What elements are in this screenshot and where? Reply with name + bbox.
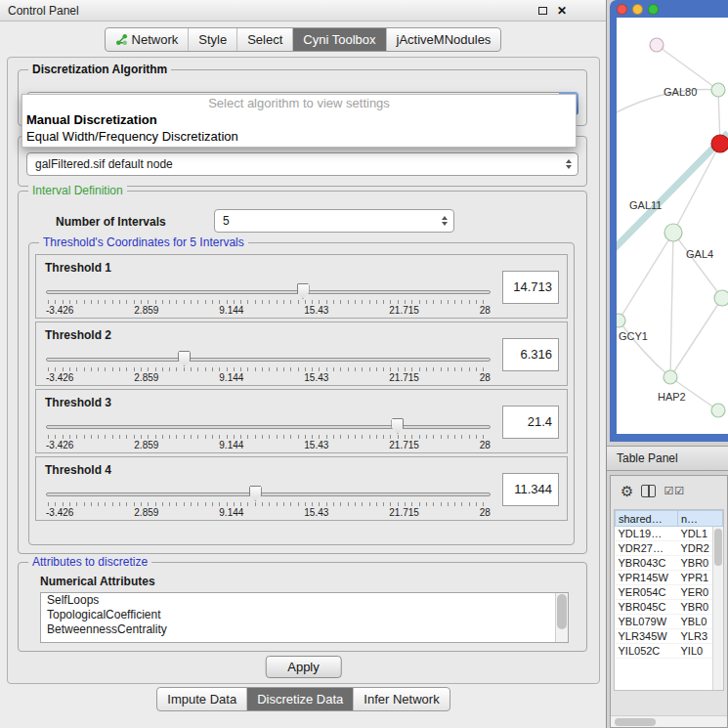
tab-jactivemnodules[interactable]: jActiveMNodules <box>386 28 501 51</box>
table-row[interactable]: YLR345WYLR3 <box>616 629 723 644</box>
table-cell[interactable]: YER054C <box>616 585 678 600</box>
dropdown-option[interactable]: Equal Width/Frequency Discretization <box>22 128 576 145</box>
attribute-list-item[interactable]: TopologicalCoefficient <box>41 608 568 622</box>
table-data-combobox[interactable]: galFiltered.sif default node <box>26 152 578 176</box>
table-cell[interactable]: YPR145W <box>616 571 678 585</box>
thresholds-group: Threshold's Coordinates for 5 Intervals … <box>28 242 575 545</box>
network-view-window: GAL80GAL11GAL4GCY1HAP2 <box>610 0 728 442</box>
table-cell[interactable]: YLR345W <box>616 629 678 644</box>
table-horizontal-scrollbar[interactable] <box>611 715 727 727</box>
control-panel-window: Control Panel ✕ NetworkStyleSelectCyni T… <box>0 0 607 728</box>
scrollbar-thumb[interactable] <box>714 529 722 566</box>
close-traffic-light[interactable] <box>617 4 627 15</box>
threshold-value-field[interactable]: 14.713 <box>502 271 559 304</box>
scrollbar-thumb[interactable] <box>557 594 567 629</box>
slider-thumb[interactable] <box>391 418 404 434</box>
network-node[interactable] <box>711 83 725 97</box>
network-node[interactable] <box>711 135 728 152</box>
slider-thumb[interactable] <box>297 283 310 299</box>
threshold-slider[interactable]: -3.4262.8599.14415.4321.71528 <box>46 286 491 318</box>
thresholds-list: Threshold 1 -3.4262.8599.14415.4321.7152… <box>29 251 574 524</box>
table-row[interactable]: YBR043CYBR0 <box>616 556 723 571</box>
table-row[interactable]: YPR145WYPR1 <box>616 571 723 585</box>
slider-thumb[interactable] <box>249 486 262 501</box>
slider-scale: -3.4262.8599.14415.4321.71528 <box>46 507 491 518</box>
network-node[interactable] <box>664 224 682 241</box>
scrollbar-thumb[interactable] <box>615 718 656 726</box>
network-edge <box>619 233 673 321</box>
slider-track[interactable] <box>46 358 491 362</box>
network-node[interactable] <box>617 314 625 327</box>
table-vertical-scrollbar[interactable] <box>712 527 723 690</box>
bottom-tab-impute-data[interactable]: Impute Data <box>157 688 246 710</box>
network-canvas[interactable]: GAL80GAL11GAL4GCY1HAP2 <box>617 18 728 434</box>
column-header[interactable]: shared… <box>616 511 678 527</box>
interval-group-title: Interval Definition <box>28 184 127 197</box>
combobox-arrows-icon[interactable] <box>566 159 572 169</box>
network-node[interactable] <box>711 404 725 417</box>
slider-track[interactable] <box>46 425 491 429</box>
apply-button[interactable]: Apply <box>265 656 342 678</box>
scale-label: 2.859 <box>134 305 158 316</box>
column-header[interactable]: n… <box>678 511 723 527</box>
threshold-slider[interactable]: -3.4262.8599.14415.4321.71528 <box>46 354 491 385</box>
threshold-panel: Threshold 3 -3.4262.8599.14415.4321.7152… <box>35 389 568 453</box>
spinner-arrows-icon[interactable] <box>442 216 448 226</box>
bottom-tab-infer-network[interactable]: Infer Network <box>353 688 449 710</box>
network-edge <box>673 144 720 233</box>
threshold-value-field[interactable]: 21.4 <box>502 406 559 439</box>
table-row[interactable]: YBL079WYBL0 <box>616 615 723 629</box>
table-row[interactable]: YDL19…YDL1 <box>616 527 723 541</box>
slider-thumb[interactable] <box>178 351 191 366</box>
zoom-traffic-light[interactable] <box>648 4 659 15</box>
algorithm-dropdown-popup: Select algorithm to view settings Manual… <box>21 94 577 148</box>
network-node[interactable] <box>650 38 664 52</box>
number-of-intervals-combobox[interactable]: 5 <box>214 209 454 233</box>
tab-network[interactable]: Network <box>106 28 189 51</box>
scale-label: 15.43 <box>304 507 328 518</box>
table-cell[interactable]: YBL079W <box>616 615 678 629</box>
network-graph[interactable]: GAL80GAL11GAL4GCY1HAP2 <box>617 18 728 434</box>
table-cell[interactable]: YIL052C <box>616 644 678 659</box>
slider-scale: -3.4262.8599.14415.4321.71528 <box>46 372 491 383</box>
table-cell[interactable]: YBR045C <box>616 600 678 615</box>
numerical-attributes-list[interactable]: SelfLoopsTopologicalCoefficientBetweenne… <box>40 592 569 643</box>
threshold-label: Threshold 1 <box>45 261 111 275</box>
table-cell[interactable]: YBR043C <box>616 556 678 571</box>
tab-label: Discretize Data <box>257 692 343 707</box>
attribute-list-item[interactable]: BetweennessCentrality <box>41 622 568 637</box>
threshold-slider[interactable]: -3.4262.8599.14415.4321.71528 <box>46 489 491 520</box>
right-column: GAL80GAL11GAL4GCY1HAP2 Table Panel ⚙ ☑☑ … <box>607 0 728 728</box>
table-row[interactable]: YBR045CYBR0 <box>616 600 723 615</box>
minimize-traffic-light[interactable] <box>632 4 643 15</box>
algorithm-group-title: Discretization Algorithm <box>28 63 171 76</box>
bottom-tab-segment: Impute DataDiscretize DataInfer Network <box>156 687 450 711</box>
table-cell[interactable]: YDL19… <box>616 527 678 541</box>
close-window-icon[interactable]: ✕ <box>557 4 567 18</box>
attributes-scrollbar[interactable] <box>555 593 568 642</box>
float-window-icon[interactable] <box>538 7 547 15</box>
table-row[interactable]: YER054CYER0 <box>616 585 723 600</box>
table-row[interactable]: YDR27…YDR2 <box>616 541 723 556</box>
node-attribute-table[interactable]: shared…n…YDL19…YDL1YDR27…YDR2YBR043CYBR0… <box>615 510 723 659</box>
slider-track[interactable] <box>46 290 491 294</box>
tab-style[interactable]: Style <box>188 28 236 51</box>
column-settings-icon[interactable] <box>641 485 656 497</box>
scale-label: 28 <box>480 372 491 383</box>
attribute-list-item[interactable]: SelfLoops <box>41 593 568 608</box>
dropdown-option[interactable]: Manual Discretization <box>22 111 576 128</box>
threshold-slider[interactable]: -3.4262.8599.14415.4321.71528 <box>46 421 491 452</box>
threshold-value-field[interactable]: 6.316 <box>502 338 559 371</box>
checkbox-filter-icons[interactable]: ☑☑ <box>664 485 685 497</box>
network-node[interactable] <box>664 370 677 384</box>
tab-select[interactable]: Select <box>236 28 292 51</box>
bottom-tab-discretize-data[interactable]: Discretize Data <box>246 688 353 710</box>
table-cell[interactable]: YDR27… <box>616 541 678 556</box>
network-node[interactable] <box>714 290 728 306</box>
threshold-value-field[interactable]: 11.344 <box>502 473 559 506</box>
gear-icon[interactable]: ⚙ <box>621 484 633 498</box>
table-row[interactable]: YIL052CYIL0 <box>616 644 723 659</box>
slider-track[interactable] <box>46 492 491 496</box>
scale-label: -3.426 <box>46 507 73 518</box>
tab-cyni-toolbox[interactable]: Cyni Toolbox <box>292 28 385 51</box>
